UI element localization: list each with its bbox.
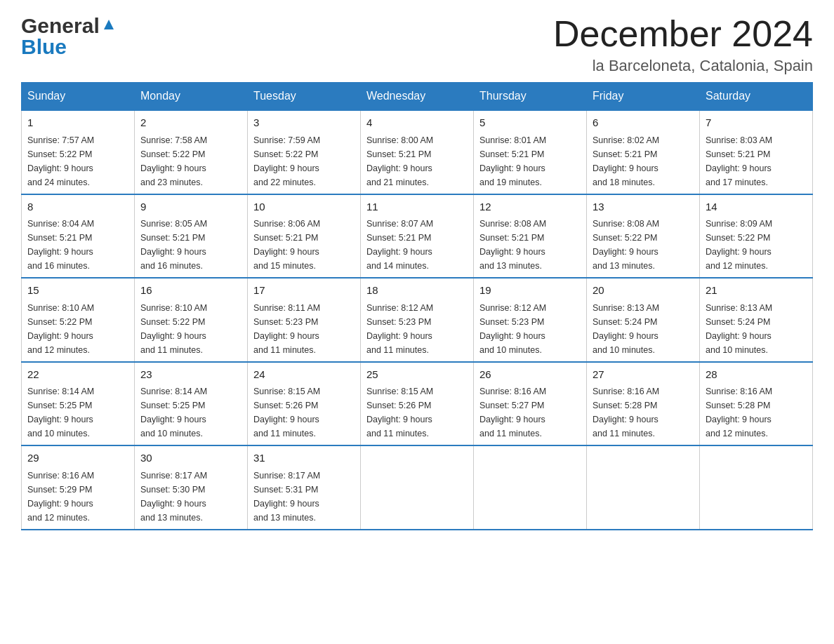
calendar-title: December 2024 [553, 14, 813, 54]
col-wednesday: Wednesday [361, 83, 474, 111]
day-info: Sunrise: 8:16 AMSunset: 5:28 PMDaylight:… [706, 387, 772, 438]
day-number: 10 [253, 199, 355, 215]
table-row: 30 Sunrise: 8:17 AMSunset: 5:30 PMDaylig… [135, 445, 248, 530]
day-number: 25 [366, 367, 468, 383]
table-row: 26 Sunrise: 8:16 AMSunset: 5:27 PMDaylig… [474, 362, 587, 446]
day-info: Sunrise: 8:12 AMSunset: 5:23 PMDaylight:… [366, 303, 433, 355]
col-friday: Friday [587, 83, 700, 111]
day-number: 9 [140, 199, 241, 215]
day-number: 12 [479, 199, 581, 215]
table-row: 24 Sunrise: 8:15 AMSunset: 5:26 PMDaylig… [248, 362, 361, 446]
day-number: 1 [27, 115, 128, 131]
calendar-week-row: 29 Sunrise: 8:16 AMSunset: 5:29 PMDaylig… [22, 445, 813, 530]
day-number: 22 [27, 367, 128, 383]
logo-blue-text: Blue [21, 35, 67, 59]
table-row [474, 445, 587, 530]
day-number: 27 [593, 367, 694, 383]
table-row [587, 445, 700, 530]
table-row: 11 Sunrise: 8:07 AMSunset: 5:21 PMDaylig… [361, 194, 474, 279]
day-info: Sunrise: 8:02 AMSunset: 5:21 PMDaylight:… [593, 135, 659, 187]
table-row: 10 Sunrise: 8:06 AMSunset: 5:21 PMDaylig… [248, 194, 361, 279]
svg-marker-0 [104, 20, 114, 29]
day-info: Sunrise: 8:14 AMSunset: 5:25 PMDaylight:… [140, 387, 207, 438]
table-row: 19 Sunrise: 8:12 AMSunset: 5:23 PMDaylig… [474, 278, 587, 362]
col-monday: Monday [135, 83, 248, 111]
day-info: Sunrise: 8:16 AMSunset: 5:29 PMDaylight:… [27, 471, 94, 523]
day-number: 5 [479, 115, 581, 131]
calendar-header-row: Sunday Monday Tuesday Wednesday Thursday… [22, 83, 813, 111]
table-row: 12 Sunrise: 8:08 AMSunset: 5:21 PMDaylig… [474, 194, 587, 279]
logo-general-text: General [21, 14, 100, 38]
day-number: 24 [253, 367, 355, 383]
day-number: 4 [366, 115, 468, 131]
day-number: 11 [366, 199, 468, 215]
day-number: 14 [706, 199, 807, 215]
day-number: 30 [140, 450, 241, 467]
table-row [700, 445, 813, 530]
logo-triangle-icon [101, 17, 117, 32]
day-info: Sunrise: 8:10 AMSunset: 5:22 PMDaylight:… [27, 303, 94, 355]
day-info: Sunrise: 8:05 AMSunset: 5:21 PMDaylight:… [140, 219, 207, 271]
table-row: 18 Sunrise: 8:12 AMSunset: 5:23 PMDaylig… [361, 278, 474, 362]
table-row: 23 Sunrise: 8:14 AMSunset: 5:25 PMDaylig… [135, 362, 248, 446]
day-number: 31 [253, 450, 355, 467]
day-number: 20 [593, 283, 694, 299]
day-info: Sunrise: 7:58 AMSunset: 5:22 PMDaylight:… [140, 135, 207, 187]
col-saturday: Saturday [700, 83, 813, 111]
col-sunday: Sunday [22, 83, 135, 111]
table-row [361, 445, 474, 530]
day-info: Sunrise: 8:16 AMSunset: 5:28 PMDaylight:… [593, 387, 659, 438]
day-info: Sunrise: 8:16 AMSunset: 5:27 PMDaylight:… [479, 387, 546, 438]
day-number: 19 [479, 283, 581, 299]
day-info: Sunrise: 8:15 AMSunset: 5:26 PMDaylight:… [253, 387, 320, 438]
day-number: 6 [593, 115, 694, 131]
day-info: Sunrise: 8:09 AMSunset: 5:22 PMDaylight:… [706, 219, 772, 271]
table-row: 1 Sunrise: 7:57 AMSunset: 5:22 PMDayligh… [22, 110, 135, 194]
day-number: 28 [706, 367, 807, 383]
day-info: Sunrise: 8:14 AMSunset: 5:25 PMDaylight:… [27, 387, 94, 438]
day-info: Sunrise: 8:01 AMSunset: 5:21 PMDaylight:… [479, 135, 546, 187]
day-info: Sunrise: 8:06 AMSunset: 5:21 PMDaylight:… [253, 219, 320, 271]
logo-area: General Blue [21, 14, 117, 59]
day-number: 17 [253, 283, 355, 299]
day-info: Sunrise: 8:17 AMSunset: 5:30 PMDaylight:… [140, 471, 207, 523]
day-number: 29 [27, 450, 128, 467]
day-number: 13 [593, 199, 694, 215]
table-row: 3 Sunrise: 7:59 AMSunset: 5:22 PMDayligh… [248, 110, 361, 194]
col-tuesday: Tuesday [248, 83, 361, 111]
logo-row1: General [21, 14, 117, 38]
table-row: 14 Sunrise: 8:09 AMSunset: 5:22 PMDaylig… [700, 194, 813, 279]
table-row: 22 Sunrise: 8:14 AMSunset: 5:25 PMDaylig… [22, 362, 135, 446]
day-number: 23 [140, 367, 241, 383]
day-info: Sunrise: 8:12 AMSunset: 5:23 PMDaylight:… [479, 303, 546, 355]
day-info: Sunrise: 8:13 AMSunset: 5:24 PMDaylight:… [593, 303, 659, 355]
calendar-week-row: 1 Sunrise: 7:57 AMSunset: 5:22 PMDayligh… [22, 110, 813, 194]
table-row: 13 Sunrise: 8:08 AMSunset: 5:22 PMDaylig… [587, 194, 700, 279]
calendar-subtitle: la Barceloneta, Catalonia, Spain [553, 57, 813, 75]
title-area: December 2024 la Barceloneta, Catalonia,… [553, 14, 813, 75]
table-row: 29 Sunrise: 8:16 AMSunset: 5:29 PMDaylig… [22, 445, 135, 530]
table-row: 20 Sunrise: 8:13 AMSunset: 5:24 PMDaylig… [587, 278, 700, 362]
day-info: Sunrise: 8:07 AMSunset: 5:21 PMDaylight:… [366, 219, 433, 271]
table-row: 31 Sunrise: 8:17 AMSunset: 5:31 PMDaylig… [248, 445, 361, 530]
day-number: 15 [27, 283, 128, 299]
day-info: Sunrise: 7:57 AMSunset: 5:22 PMDaylight:… [27, 135, 94, 187]
day-info: Sunrise: 7:59 AMSunset: 5:22 PMDaylight:… [253, 135, 320, 187]
header: General Blue December 2024 la Barcelonet… [21, 14, 813, 75]
day-number: 26 [479, 367, 581, 383]
table-row: 4 Sunrise: 8:00 AMSunset: 5:21 PMDayligh… [361, 110, 474, 194]
table-row: 17 Sunrise: 8:11 AMSunset: 5:23 PMDaylig… [248, 278, 361, 362]
day-number: 16 [140, 283, 241, 299]
table-row: 9 Sunrise: 8:05 AMSunset: 5:21 PMDayligh… [135, 194, 248, 279]
day-info: Sunrise: 8:03 AMSunset: 5:21 PMDaylight:… [706, 135, 772, 187]
day-info: Sunrise: 8:00 AMSunset: 5:21 PMDaylight:… [366, 135, 433, 187]
table-row: 21 Sunrise: 8:13 AMSunset: 5:24 PMDaylig… [700, 278, 813, 362]
day-number: 8 [27, 199, 128, 215]
day-info: Sunrise: 8:15 AMSunset: 5:26 PMDaylight:… [366, 387, 433, 438]
day-info: Sunrise: 8:04 AMSunset: 5:21 PMDaylight:… [27, 219, 94, 271]
table-row: 8 Sunrise: 8:04 AMSunset: 5:21 PMDayligh… [22, 194, 135, 279]
table-row: 27 Sunrise: 8:16 AMSunset: 5:28 PMDaylig… [587, 362, 700, 446]
calendar-table: Sunday Monday Tuesday Wednesday Thursday… [21, 82, 813, 530]
col-thursday: Thursday [474, 83, 587, 111]
page-container: General Blue December 2024 la Barcelonet… [21, 14, 813, 530]
